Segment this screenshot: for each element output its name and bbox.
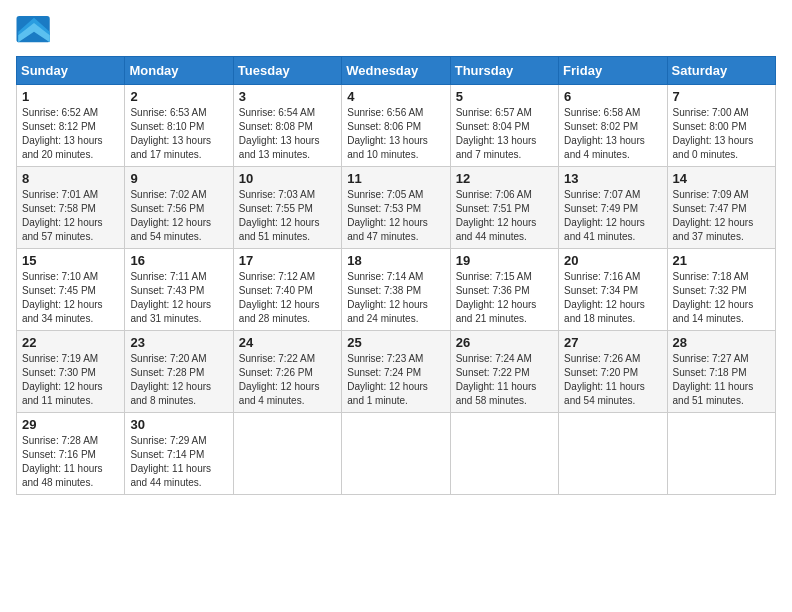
calendar-day-cell: 19Sunrise: 7:15 AM Sunset: 7:36 PM Dayli… — [450, 249, 558, 331]
calendar-day-cell — [342, 413, 450, 495]
calendar-day-cell: 12Sunrise: 7:06 AM Sunset: 7:51 PM Dayli… — [450, 167, 558, 249]
calendar-day-cell: 23Sunrise: 7:20 AM Sunset: 7:28 PM Dayli… — [125, 331, 233, 413]
day-info: Sunrise: 7:02 AM Sunset: 7:56 PM Dayligh… — [130, 188, 227, 244]
calendar-day-cell: 15Sunrise: 7:10 AM Sunset: 7:45 PM Dayli… — [17, 249, 125, 331]
calendar-day-cell: 4Sunrise: 6:56 AM Sunset: 8:06 PM Daylig… — [342, 85, 450, 167]
day-number: 6 — [564, 89, 661, 104]
day-info: Sunrise: 7:24 AM Sunset: 7:22 PM Dayligh… — [456, 352, 553, 408]
calendar-day-cell: 22Sunrise: 7:19 AM Sunset: 7:30 PM Dayli… — [17, 331, 125, 413]
day-number: 24 — [239, 335, 336, 350]
day-info: Sunrise: 7:23 AM Sunset: 7:24 PM Dayligh… — [347, 352, 444, 408]
day-number: 27 — [564, 335, 661, 350]
calendar-day-cell: 3Sunrise: 6:54 AM Sunset: 8:08 PM Daylig… — [233, 85, 341, 167]
day-info: Sunrise: 7:06 AM Sunset: 7:51 PM Dayligh… — [456, 188, 553, 244]
calendar-day-cell: 10Sunrise: 7:03 AM Sunset: 7:55 PM Dayli… — [233, 167, 341, 249]
day-info: Sunrise: 6:58 AM Sunset: 8:02 PM Dayligh… — [564, 106, 661, 162]
calendar-day-cell: 28Sunrise: 7:27 AM Sunset: 7:18 PM Dayli… — [667, 331, 775, 413]
page-header — [16, 16, 776, 44]
day-number: 16 — [130, 253, 227, 268]
day-of-week-header: Friday — [559, 57, 667, 85]
calendar-day-cell: 1Sunrise: 6:52 AM Sunset: 8:12 PM Daylig… — [17, 85, 125, 167]
calendar-day-cell: 27Sunrise: 7:26 AM Sunset: 7:20 PM Dayli… — [559, 331, 667, 413]
calendar-day-cell: 14Sunrise: 7:09 AM Sunset: 7:47 PM Dayli… — [667, 167, 775, 249]
day-number: 14 — [673, 171, 770, 186]
day-info: Sunrise: 7:26 AM Sunset: 7:20 PM Dayligh… — [564, 352, 661, 408]
day-number: 23 — [130, 335, 227, 350]
day-info: Sunrise: 7:10 AM Sunset: 7:45 PM Dayligh… — [22, 270, 119, 326]
calendar-table: SundayMondayTuesdayWednesdayThursdayFrid… — [16, 56, 776, 495]
day-info: Sunrise: 6:56 AM Sunset: 8:06 PM Dayligh… — [347, 106, 444, 162]
calendar-day-cell: 24Sunrise: 7:22 AM Sunset: 7:26 PM Dayli… — [233, 331, 341, 413]
day-number: 11 — [347, 171, 444, 186]
day-number: 20 — [564, 253, 661, 268]
day-number: 3 — [239, 89, 336, 104]
calendar-day-cell: 20Sunrise: 7:16 AM Sunset: 7:34 PM Dayli… — [559, 249, 667, 331]
day-info: Sunrise: 7:19 AM Sunset: 7:30 PM Dayligh… — [22, 352, 119, 408]
day-number: 25 — [347, 335, 444, 350]
day-info: Sunrise: 7:11 AM Sunset: 7:43 PM Dayligh… — [130, 270, 227, 326]
calendar-day-cell: 21Sunrise: 7:18 AM Sunset: 7:32 PM Dayli… — [667, 249, 775, 331]
day-number: 15 — [22, 253, 119, 268]
calendar-day-cell — [559, 413, 667, 495]
day-info: Sunrise: 7:12 AM Sunset: 7:40 PM Dayligh… — [239, 270, 336, 326]
day-info: Sunrise: 7:29 AM Sunset: 7:14 PM Dayligh… — [130, 434, 227, 490]
calendar-day-cell: 11Sunrise: 7:05 AM Sunset: 7:53 PM Dayli… — [342, 167, 450, 249]
calendar-day-cell — [667, 413, 775, 495]
day-info: Sunrise: 7:05 AM Sunset: 7:53 PM Dayligh… — [347, 188, 444, 244]
calendar-week-row: 8Sunrise: 7:01 AM Sunset: 7:58 PM Daylig… — [17, 167, 776, 249]
day-info: Sunrise: 7:14 AM Sunset: 7:38 PM Dayligh… — [347, 270, 444, 326]
day-info: Sunrise: 7:28 AM Sunset: 7:16 PM Dayligh… — [22, 434, 119, 490]
calendar-day-cell: 25Sunrise: 7:23 AM Sunset: 7:24 PM Dayli… — [342, 331, 450, 413]
day-number: 4 — [347, 89, 444, 104]
calendar-day-cell: 5Sunrise: 6:57 AM Sunset: 8:04 PM Daylig… — [450, 85, 558, 167]
day-info: Sunrise: 7:01 AM Sunset: 7:58 PM Dayligh… — [22, 188, 119, 244]
logo-icon — [16, 16, 52, 44]
calendar-day-cell — [233, 413, 341, 495]
day-number: 30 — [130, 417, 227, 432]
day-number: 22 — [22, 335, 119, 350]
day-number: 8 — [22, 171, 119, 186]
day-info: Sunrise: 7:20 AM Sunset: 7:28 PM Dayligh… — [130, 352, 227, 408]
day-info: Sunrise: 7:22 AM Sunset: 7:26 PM Dayligh… — [239, 352, 336, 408]
day-number: 13 — [564, 171, 661, 186]
day-of-week-header: Saturday — [667, 57, 775, 85]
calendar-day-cell: 7Sunrise: 7:00 AM Sunset: 8:00 PM Daylig… — [667, 85, 775, 167]
day-of-week-header: Monday — [125, 57, 233, 85]
calendar-day-cell: 26Sunrise: 7:24 AM Sunset: 7:22 PM Dayli… — [450, 331, 558, 413]
day-number: 5 — [456, 89, 553, 104]
day-info: Sunrise: 7:18 AM Sunset: 7:32 PM Dayligh… — [673, 270, 770, 326]
day-number: 17 — [239, 253, 336, 268]
day-number: 26 — [456, 335, 553, 350]
calendar-day-cell — [450, 413, 558, 495]
day-number: 28 — [673, 335, 770, 350]
day-number: 12 — [456, 171, 553, 186]
day-number: 10 — [239, 171, 336, 186]
calendar-day-cell: 16Sunrise: 7:11 AM Sunset: 7:43 PM Dayli… — [125, 249, 233, 331]
day-info: Sunrise: 6:53 AM Sunset: 8:10 PM Dayligh… — [130, 106, 227, 162]
day-info: Sunrise: 7:03 AM Sunset: 7:55 PM Dayligh… — [239, 188, 336, 244]
day-info: Sunrise: 7:16 AM Sunset: 7:34 PM Dayligh… — [564, 270, 661, 326]
calendar-day-cell: 18Sunrise: 7:14 AM Sunset: 7:38 PM Dayli… — [342, 249, 450, 331]
calendar-header-row: SundayMondayTuesdayWednesdayThursdayFrid… — [17, 57, 776, 85]
calendar-day-cell: 8Sunrise: 7:01 AM Sunset: 7:58 PM Daylig… — [17, 167, 125, 249]
calendar-day-cell: 6Sunrise: 6:58 AM Sunset: 8:02 PM Daylig… — [559, 85, 667, 167]
day-of-week-header: Sunday — [17, 57, 125, 85]
day-info: Sunrise: 7:15 AM Sunset: 7:36 PM Dayligh… — [456, 270, 553, 326]
day-number: 9 — [130, 171, 227, 186]
calendar-day-cell: 29Sunrise: 7:28 AM Sunset: 7:16 PM Dayli… — [17, 413, 125, 495]
calendar-day-cell: 17Sunrise: 7:12 AM Sunset: 7:40 PM Dayli… — [233, 249, 341, 331]
calendar-week-row: 29Sunrise: 7:28 AM Sunset: 7:16 PM Dayli… — [17, 413, 776, 495]
calendar-week-row: 1Sunrise: 6:52 AM Sunset: 8:12 PM Daylig… — [17, 85, 776, 167]
calendar-day-cell: 13Sunrise: 7:07 AM Sunset: 7:49 PM Dayli… — [559, 167, 667, 249]
calendar-day-cell: 2Sunrise: 6:53 AM Sunset: 8:10 PM Daylig… — [125, 85, 233, 167]
day-number: 21 — [673, 253, 770, 268]
day-of-week-header: Thursday — [450, 57, 558, 85]
day-info: Sunrise: 7:07 AM Sunset: 7:49 PM Dayligh… — [564, 188, 661, 244]
calendar-day-cell: 30Sunrise: 7:29 AM Sunset: 7:14 PM Dayli… — [125, 413, 233, 495]
day-info: Sunrise: 7:27 AM Sunset: 7:18 PM Dayligh… — [673, 352, 770, 408]
day-number: 29 — [22, 417, 119, 432]
day-info: Sunrise: 6:57 AM Sunset: 8:04 PM Dayligh… — [456, 106, 553, 162]
calendar-week-row: 15Sunrise: 7:10 AM Sunset: 7:45 PM Dayli… — [17, 249, 776, 331]
logo — [16, 16, 58, 44]
day-number: 2 — [130, 89, 227, 104]
